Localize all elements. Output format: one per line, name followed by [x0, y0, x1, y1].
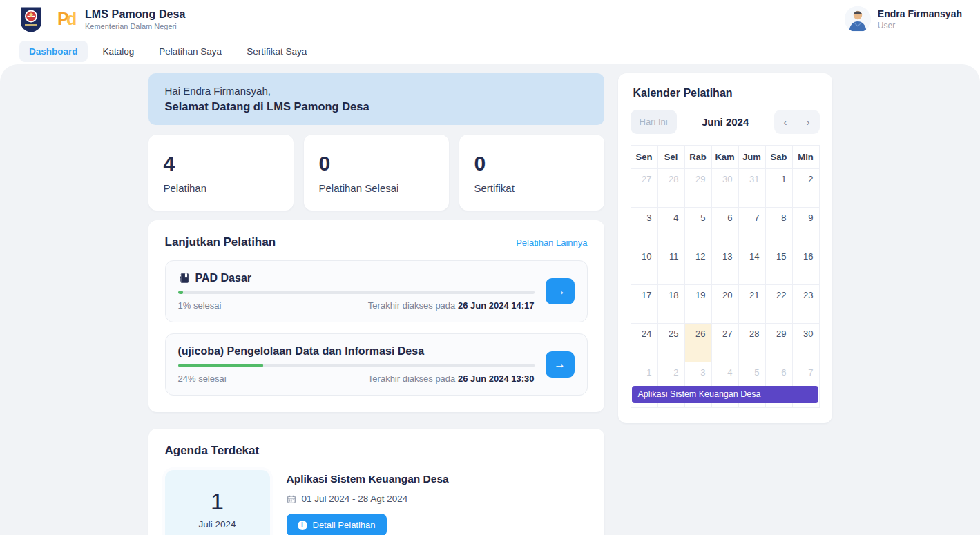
calendar-day[interactable]: 30	[712, 169, 739, 208]
training-title: PAD Dasar	[195, 272, 252, 284]
agenda-event-range: 01 Jul 2024 - 28 Agt 2024	[287, 494, 449, 504]
calendar-today-button[interactable]: Hari Ini	[631, 110, 677, 134]
calendar-day[interactable]: 8	[766, 208, 793, 246]
calendar-day[interactable]: 6	[712, 208, 739, 246]
detail-training-button[interactable]: i Detail Pelatihan	[287, 514, 387, 535]
stat-card: 4Pelatihan	[148, 135, 294, 211]
main-column: Hai Endra Firmansyah, Selamat Datang di …	[148, 73, 604, 535]
calendar-grid: SenSelRabKamJumSabMin2728293031123456789…	[631, 145, 820, 408]
app-title: LMS Pamong Desa	[85, 8, 186, 21]
calendar-day[interactable]: 1	[766, 169, 793, 208]
calendar-day[interactable]: 14	[739, 246, 766, 285]
calendar-day[interactable]: 23	[793, 285, 820, 324]
tab-katalog[interactable]: Katalog	[93, 41, 144, 62]
welcome-message: Selamat Datang di LMS Pamong Desa	[165, 100, 588, 113]
user-info: Endra Firmansyah User	[878, 8, 962, 30]
calendar-icon	[287, 494, 296, 504]
progress-fill	[178, 291, 183, 294]
agenda-date-day: 1	[211, 488, 224, 515]
calendar-day-header: Sel	[658, 146, 685, 169]
calendar-day[interactable]: 2	[793, 169, 820, 208]
calendar-day[interactable]: 12	[685, 246, 712, 285]
avatar	[845, 6, 871, 32]
calendar-day[interactable]: 28	[658, 169, 685, 208]
calendar-day[interactable]: 21	[739, 285, 766, 324]
calendar-day[interactable]: 30	[793, 324, 820, 362]
calendar-day[interactable]: 3	[631, 208, 658, 246]
calendar-day[interactable]: 5	[685, 208, 712, 246]
agenda-date-box: 1 Juli 2024	[165, 470, 270, 535]
training-item: (ujicoba) Pengelolaan Data dan Informasi…	[165, 333, 588, 396]
tab-sertifikat-saya[interactable]: Sertifikat Saya	[237, 41, 316, 62]
progress-bar	[178, 291, 535, 294]
calendar-title: Kalender Pelatihan	[631, 87, 820, 99]
stat-label: Sertifikat	[474, 182, 589, 194]
agenda-event-title: Aplikasi Sistem Keuangan Desa	[287, 473, 449, 485]
calendar-day[interactable]: 7	[739, 208, 766, 246]
calendar-day[interactable]: 24	[631, 324, 658, 362]
brand-text: LMS Pamong Desa Kementerian Dalam Negeri	[85, 8, 186, 30]
agenda-date-month: Juli 2024	[198, 519, 236, 529]
stat-value: 4	[164, 152, 278, 175]
calendar-day[interactable]: 16	[793, 246, 820, 285]
calendar-day[interactable]: 27	[712, 324, 739, 362]
calendar-day[interactable]: 15	[766, 246, 793, 285]
page-content: Hai Endra Firmansyah, Selamat Datang di …	[0, 64, 980, 535]
last-access: Terakhir diakses pada 26 Jun 2024 14:17	[368, 300, 535, 311]
calendar-day[interactable]: 29	[685, 169, 712, 208]
calendar-day[interactable]: 28	[739, 324, 766, 362]
calendar-day[interactable]: 27	[631, 169, 658, 208]
calendar-day[interactable]: 10	[631, 246, 658, 285]
calendar-day[interactable]: 22	[766, 285, 793, 324]
calendar-prev-button[interactable]: ‹	[774, 110, 797, 134]
calendar-month-label: Juni 2024	[702, 116, 749, 128]
continue-training-button[interactable]: →	[546, 278, 575, 304]
calendar-day-today[interactable]: 26	[685, 324, 712, 362]
agenda-event-range-text: 01 Jul 2024 - 28 Agt 2024	[302, 494, 408, 504]
tab-dashboard[interactable]: Dashboard	[19, 41, 88, 62]
continue-training-button[interactable]: →	[546, 351, 575, 378]
calendar-day-header: Min	[793, 146, 820, 169]
tab-pelatihan-saya[interactable]: Pelatihan Saya	[149, 41, 231, 62]
user-role: User	[878, 21, 962, 30]
calendar-day[interactable]: 29	[766, 324, 793, 362]
welcome-greeting: Hai Endra Firmansyah,	[165, 85, 588, 97]
pamong-desa-logo-icon: P d	[57, 8, 78, 30]
progress-fill	[178, 364, 264, 367]
calendar-day[interactable]: 11	[658, 246, 685, 285]
calendar-day[interactable]: 17	[631, 285, 658, 324]
stat-card: 0Sertifikat	[459, 135, 604, 211]
brand-divider	[50, 8, 50, 31]
calendar-card: Kalender Pelatihan Hari Ini Juni 2024 ‹ …	[618, 73, 832, 423]
progress-label: 1% selesai	[178, 300, 222, 311]
stat-label: Pelatihan	[164, 182, 278, 194]
calendar-event-bar[interactable]: Aplikasi Sistem Keuangan Desa	[632, 386, 818, 403]
calendar-day[interactable]: 13	[712, 246, 739, 285]
calendar-grid-wrap: SenSelRabKamJumSabMin2728293031123456789…	[631, 145, 820, 408]
calendar-day-header: Kam	[712, 146, 739, 169]
calendar-toolbar: Hari Ini Juni 2024 ‹ ›	[631, 110, 820, 134]
training-meta: 24% selesaiTerakhir diakses pada 26 Jun …	[178, 373, 535, 384]
user-menu[interactable]: Endra Firmansyah User	[845, 6, 962, 32]
agenda-info: Aplikasi Sistem Keuangan Desa 01 Jul 202…	[287, 470, 449, 535]
calendar-next-button[interactable]: ›	[797, 110, 820, 134]
training-list: PAD Dasar1% selesaiTerakhir diakses pada…	[165, 260, 588, 396]
calendar-day-header: Sen	[631, 146, 658, 169]
stats-row: 4Pelatihan0Pelatihan Selesai0Sertifikat	[148, 135, 604, 211]
calendar-day[interactable]: 9	[793, 208, 820, 246]
training-title-row: (ujicoba) Pengelolaan Data dan Informasi…	[178, 345, 535, 358]
detail-training-label: Detail Pelatihan	[313, 520, 376, 530]
stat-value: 0	[474, 152, 589, 175]
calendar-day-header: Jum	[739, 146, 766, 169]
training-meta: 1% selesaiTerakhir diakses pada 26 Jun 2…	[178, 300, 535, 311]
calendar-day[interactable]: 19	[685, 285, 712, 324]
nav-tabs: DashboardKatalogPelatihan SayaSertifikat…	[19, 41, 316, 62]
svg-text:d: d	[66, 9, 77, 28]
more-trainings-link[interactable]: Pelatihan Lainnya	[516, 237, 587, 248]
calendar-day[interactable]: 20	[712, 285, 739, 324]
calendar-day[interactable]: 4	[658, 208, 685, 246]
calendar-day[interactable]: 18	[658, 285, 685, 324]
calendar-day[interactable]: 31	[739, 169, 766, 208]
training-item: PAD Dasar1% selesaiTerakhir diakses pada…	[165, 260, 588, 322]
calendar-day[interactable]: 25	[658, 324, 685, 362]
